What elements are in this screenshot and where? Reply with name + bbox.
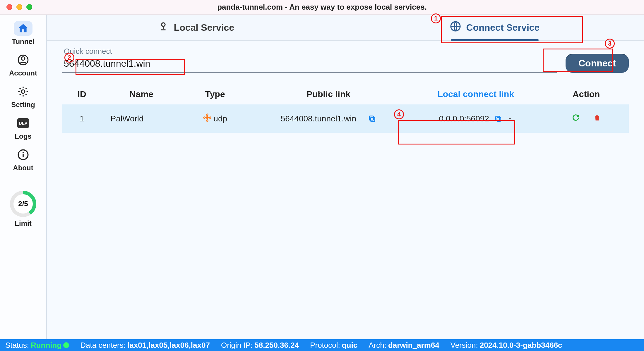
cell-type: udp [181,104,249,133]
version-label: Version: [451,341,478,350]
local-link: 0.0.0.0:56092 [439,114,489,123]
globe-icon [450,21,461,34]
window-title: panda-tunnel.com - An easy way to expose… [0,3,644,12]
status-segment: Status: Running [5,341,69,350]
protocol-segment: Protocol: quic [310,341,357,350]
quick-connect-input[interactable] [62,57,557,73]
home-icon [14,21,32,36]
sidebar: Tunnel Account Setting DEV Logs [0,15,47,339]
tab-label: Local Service [174,22,234,33]
fullscreen-icon[interactable] [26,4,32,10]
col-type: Type [181,84,249,104]
status-dot-icon [63,342,69,348]
tab-local-service[interactable]: Local Service [47,15,345,40]
type-label: udp [213,114,227,123]
sidebar-item-label: Limit [15,219,31,228]
pin-icon [158,21,169,34]
col-local[interactable]: Local connect link [408,84,544,104]
local-dropdown-button[interactable] [507,116,513,121]
col-name: Name [102,84,181,104]
tab-underline [451,39,539,41]
svg-point-5 [23,152,24,153]
svg-point-8 [206,117,208,118]
table-row: 1 PalWorld udp [62,104,629,133]
col-public: Public link [249,84,408,104]
window-titlebar: panda-tunnel.com - An easy way to expose… [0,0,644,15]
svg-rect-20 [496,116,499,120]
dev-icon: DEV [14,116,32,130]
sidebar-item-setting[interactable]: Setting [11,84,35,109]
dc-value: lax01,lax05,lax06,lax07 [127,341,210,350]
copy-local-button[interactable] [494,115,502,123]
svg-point-9 [204,117,205,118]
dc-label: Data centers: [80,341,126,350]
quick-connect-row: Quick connect Connect [47,41,644,76]
svg-point-10 [210,117,211,118]
datacenters-segment: Data centers: lax01,lax05,lax06,lax07 [80,341,210,350]
refresh-button[interactable] [572,113,580,122]
origin-label: Origin IP: [221,341,253,350]
status-value: Running [31,341,61,350]
svg-rect-18 [369,116,374,120]
origin-segment: Origin IP: 58.250.36.24 [221,341,299,350]
info-icon [14,147,32,162]
svg-rect-19 [497,117,501,121]
quick-connect-label: Quick connect [64,47,557,56]
status-label: Status: [5,341,29,350]
col-action: Action [544,84,629,104]
svg-point-11 [207,114,208,116]
sidebar-item-tunnel[interactable]: Tunnel [12,21,35,46]
tab-label: Connect Service [466,22,540,33]
limit-value: 2/5 [18,200,28,208]
svg-point-1 [21,57,25,60]
arch-value: darwin_arm64 [388,341,439,350]
copy-public-button[interactable] [368,115,376,123]
sidebar-item-label: Logs [15,132,31,140]
tabs: Local Service Connect Service [47,15,644,41]
cell-id: 1 [62,104,102,133]
proto-value: quic [342,341,357,350]
version-segment: Version: 2024.10.0-3-gabb3466c [451,341,562,350]
sidebar-item-label: About [13,164,33,172]
arch-segment: Arch: darwin_arm64 [369,341,439,350]
traffic-lights [6,4,32,10]
svg-point-2 [21,90,25,93]
version-value: 2024.10.0-3-gabb3466c [480,341,562,350]
arch-label: Arch: [369,341,386,350]
connect-button[interactable]: Connect [566,54,629,73]
sidebar-item-account[interactable]: Account [9,53,37,77]
sidebar-item-limit[interactable]: 2/5 Limit [10,191,36,228]
status-bar: Status: Running Data centers: lax01,lax0… [0,339,644,351]
public-link: 5644008.tunnel1.win [281,114,356,123]
sidebar-item-about[interactable]: About [13,147,33,172]
hub-icon [203,113,212,124]
tab-connect-service[interactable]: Connect Service [345,15,644,40]
sidebar-item-label: Setting [11,101,35,109]
cell-name: PalWorld [102,104,181,133]
sidebar-item-logs[interactable]: DEV Logs [14,116,32,140]
main-content: Local Service Connect Service Quick conn… [47,15,644,339]
minimize-icon[interactable] [16,4,22,10]
delete-button[interactable] [593,114,601,121]
origin-value: 58.250.36.24 [254,341,299,350]
gear-icon [14,84,32,99]
sidebar-item-label: Tunnel [12,37,35,46]
close-icon[interactable] [6,4,12,10]
svg-point-12 [207,120,208,121]
account-icon [14,53,32,67]
proto-label: Protocol: [310,341,340,350]
cell-action [544,104,629,133]
col-id: ID [62,84,102,104]
limit-ring-icon: 2/5 [10,191,36,217]
cell-local: 0.0.0.0:56092 [408,104,544,133]
svg-rect-17 [371,117,375,121]
sidebar-item-label: Account [9,69,37,77]
svg-point-6 [162,23,165,26]
cell-public: 5644008.tunnel1.win [249,104,408,133]
connections-table: ID Name Type Public link Local connect l… [62,84,629,133]
